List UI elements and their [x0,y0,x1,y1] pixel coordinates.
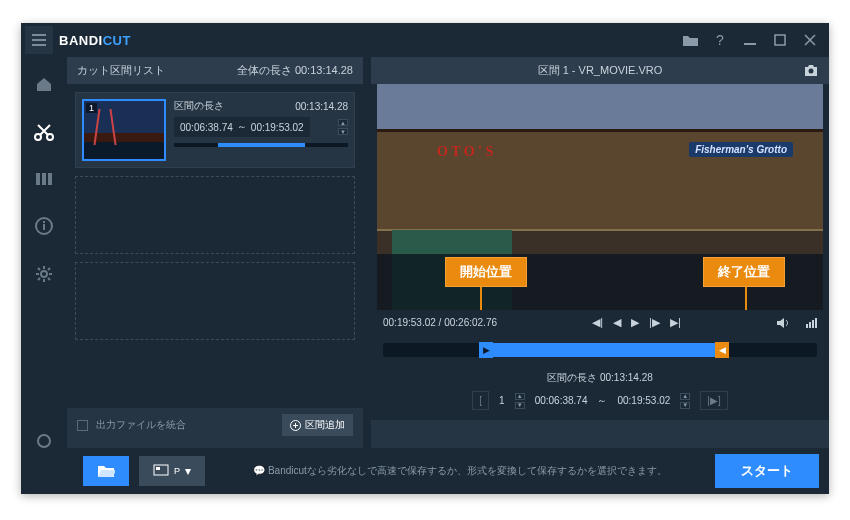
playback-controls: 00:19:53.02 / 00:26:02.76 ◀| ◀ ▶ |▶ ▶| [371,310,829,335]
merge-checkbox[interactable] [77,420,88,431]
mark-out-button[interactable]: |▶] [700,391,727,410]
step-back-icon[interactable]: ◀ [613,316,621,329]
info-icon[interactable] [35,217,53,235]
app-logo: BANDICUT [59,33,131,48]
prev-frame-icon[interactable]: ◀| [592,316,603,329]
app-window: BANDICUT ? カット区間リスト 全体の長さ 00:13:14.28 [21,23,829,494]
add-segment-button[interactable]: 区間追加 [282,414,353,436]
segment-meta: 区間の長さ00:13:14.28 00:06:38.74～00:19:53.02… [174,99,348,161]
seek-area: ▶ ◀ [371,335,829,365]
project-button[interactable]: P ▾ [139,456,205,486]
svg-rect-8 [43,224,45,230]
segment-minibar [174,143,348,147]
maximize-icon[interactable] [765,25,795,55]
app-body: カット区間リスト 全体の長さ 00:13:14.28 1 区間の長さ00:13:… [21,57,829,448]
mark-in-button[interactable]: [ [472,391,489,410]
annotation-start: 開始位置 [445,257,527,287]
signage: Fisherman's Grotto [689,142,793,157]
titlebar: BANDICUT ? [21,23,829,57]
annotation-overlay: 開始位置 終了位置 [377,254,823,310]
open-file-button[interactable] [83,456,129,486]
svg-rect-14 [156,467,160,470]
bottom-bar: P ▾ 💬 Bandicutなら劣化なしで高速で保存するか、形式を変換して保存す… [21,448,829,494]
start-marker[interactable]: ▶ [479,342,493,358]
segment-stepper[interactable]: ▲▼ [338,119,348,135]
arrow-icon [745,287,747,310]
end-marker[interactable]: ◀ [715,342,729,358]
annotation-end: 終了位置 [703,257,785,287]
segment-editor: 区間の長さ 00:13:14.28 [ 1 ▲▼ 00:06:38.74 ～ 0… [371,365,829,420]
close-icon[interactable] [795,25,825,55]
speaker-icon[interactable] [776,317,790,329]
segment-list: 1 区間の長さ00:13:14.28 00:06:38.74～00:19:53.… [67,84,363,408]
svg-rect-1 [775,35,785,45]
volume-meter[interactable] [806,318,817,328]
svg-rect-5 [42,173,46,185]
step-fwd-icon[interactable]: |▶ [649,316,660,329]
project-icon [153,464,169,478]
frame-stepper[interactable]: ▲▼ [680,393,690,409]
side-toolbar [21,57,67,448]
svg-rect-6 [48,173,52,185]
next-frame-icon[interactable]: ▶| [670,316,681,329]
playhead-time: 00:19:53.02 / 00:26:02.76 [383,317,497,328]
cut-icon[interactable] [34,123,54,141]
svg-rect-9 [43,221,45,223]
folder-open-icon [97,464,115,478]
preview-header: 区間 1 - VR_MOVIE.VRO [371,57,829,84]
play-icon[interactable]: ▶ [631,316,639,329]
frame-num: 1 [499,395,505,406]
segment-index: 1 [86,103,97,113]
menu-button[interactable] [25,26,53,54]
segment-range: 00:06:38.74～00:19:53.02 [174,117,310,137]
segment-panel-footer: 出力ファイルを統合 区間追加 [67,408,363,442]
camera-icon[interactable] [803,64,819,77]
segment-slot-empty[interactable] [75,176,355,254]
frame-stepper[interactable]: ▲▼ [515,393,525,409]
home-icon[interactable] [35,75,53,93]
arrow-icon [480,287,482,310]
segment-panel: カット区間リスト 全体の長さ 00:13:14.28 1 区間の長さ00:13:… [67,57,371,448]
edit-end-time: 00:19:53.02 [617,395,670,406]
segment-item[interactable]: 1 区間の長さ00:13:14.28 00:06:38.74～00:19:53.… [75,92,355,168]
hint-text: 💬 Bandicutなら劣化なしで高速で保存するか、形式を変換して保存するかを選… [215,464,705,478]
signage: O T O ' S [437,144,493,160]
svg-rect-0 [744,43,756,45]
segment-panel-header: カット区間リスト 全体の長さ 00:13:14.28 [67,57,363,84]
svg-rect-4 [36,173,40,185]
edit-start-time: 00:06:38.74 [535,395,588,406]
plus-icon [290,420,301,431]
merge-label: 出力ファイルを統合 [96,418,186,432]
svg-point-10 [41,271,47,277]
seek-bar[interactable]: ▶ ◀ [383,343,817,357]
segment-thumbnail: 1 [82,99,166,161]
video-preview[interactable]: O T O ' S Fisherman's Grotto 開始位置 終了位置 [371,84,829,310]
preview-panel: 区間 1 - VR_MOVIE.VRO O T O ' S Fisherman'… [371,57,829,448]
start-button[interactable]: スタート [715,454,819,488]
record-icon[interactable] [37,434,51,448]
preview-title: 区間 1 - VR_MOVIE.VRO [538,63,663,78]
folder-icon[interactable] [675,25,705,55]
gear-icon[interactable] [35,265,53,283]
help-icon[interactable]: ? [705,25,735,55]
minimize-icon[interactable] [735,25,765,55]
total-length: 全体の長さ 00:13:14.28 [237,63,353,78]
svg-point-12 [809,69,814,74]
segment-length-label: 区間の長さ 00:13:14.28 [547,371,653,385]
segment-list-title: カット区間リスト [77,63,165,78]
segment-slot-empty[interactable] [75,262,355,340]
split-icon[interactable] [36,171,52,187]
